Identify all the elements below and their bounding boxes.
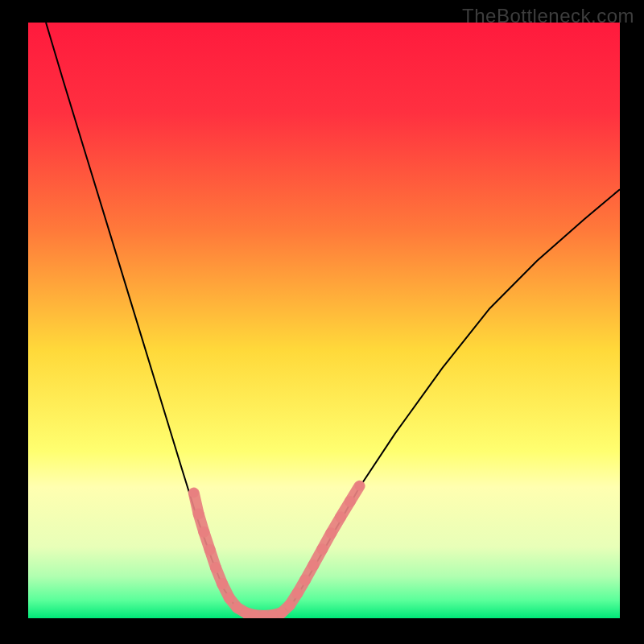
overlay-dot	[292, 588, 302, 598]
watermark-text: TheBottleneck.com	[462, 5, 634, 27]
overlay-dot	[194, 510, 204, 519]
overlay-dot	[217, 579, 227, 588]
chart-container: TheBottleneck.com	[0, 0, 644, 644]
overlay-dot	[205, 545, 215, 555]
overlay-dot	[189, 489, 199, 498]
overlay-dot	[308, 560, 318, 570]
overlay-dot	[355, 481, 365, 491]
overlay-dot	[211, 563, 221, 572]
overlay-dot	[241, 608, 250, 617]
overlay-dot	[285, 601, 295, 610]
overlay-dot	[225, 593, 234, 603]
overlay-dot	[317, 544, 327, 554]
overlay-dot	[232, 603, 242, 613]
overlay-dot	[199, 527, 208, 537]
overlay-dot	[300, 576, 310, 585]
overlay-dot	[336, 512, 345, 522]
chart-svg	[28, 23, 620, 618]
chart-plot-area	[28, 23, 620, 618]
gradient-background	[28, 23, 620, 618]
overlay-dot	[326, 528, 336, 538]
overlay-dot	[277, 608, 287, 617]
overlay-dot	[345, 497, 355, 506]
